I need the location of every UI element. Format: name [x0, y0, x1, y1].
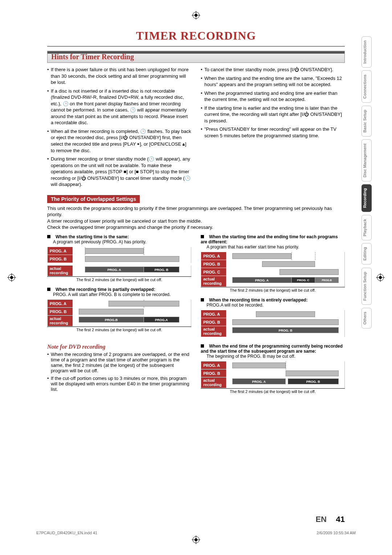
- square-bullet-icon: [201, 344, 204, 348]
- footer-file: E7PCAUD_DR420KU_EN.indd 41: [36, 531, 97, 535]
- dvd-note-left: Note for DVD recording When the recordin…: [47, 344, 191, 396]
- square-bullet-icon: [47, 288, 50, 291]
- hint-item: To cancel the timer standby mode, press …: [201, 66, 345, 73]
- scen2-head: When the starting time and the ending ti…: [201, 234, 338, 244]
- hint-item: When all the timer recording is complete…: [47, 128, 191, 154]
- chart-scen4: PROG. A PROG. B actual recording PROG. B: [201, 310, 345, 337]
- cutoff-note: The first 2 minutes (at the longest) wil…: [201, 287, 345, 292]
- hint-item: During timer recording or timer standby …: [47, 156, 191, 188]
- svg-point-7: [195, 538, 197, 541]
- priority-line: A timer recording of lower priority will…: [47, 218, 345, 224]
- footer: E7PCAUD_DR420KU_EN.indd 41 2/6/2009 10:5…: [36, 531, 356, 535]
- hint-item: When the programmed starting and ending …: [201, 90, 345, 103]
- priority-line: This unit records the programs according…: [47, 205, 345, 218]
- side-tab-basic-setup[interactable]: Basic Setup: [362, 106, 372, 137]
- page-language: EN: [315, 515, 327, 524]
- scen5-sub: The beginning of the PROG. B may be cut …: [207, 354, 345, 359]
- scen1-sub: A program set previously (PROG. A) has p…: [53, 239, 191, 244]
- scenario-right-col: When the starting time and the ending ti…: [201, 234, 345, 339]
- cutoff-note: The first 2 minutes (at the longest) wil…: [201, 388, 345, 394]
- scen2-sub: A program that has earlier start time ha…: [207, 244, 345, 250]
- footer-timestamp: 2/6/2009 10:55:34 AM: [317, 531, 356, 535]
- hint-item: If the starting time is earlier and the …: [201, 105, 345, 124]
- side-tabs: Introduction Connections Basic Setup Dis…: [362, 36, 372, 328]
- title-underline: [47, 46, 345, 46]
- hint-item: If there is a power failure or this unit…: [47, 66, 191, 86]
- hint-item: When the starting and the ending time ar…: [201, 75, 345, 88]
- scen4-sub: PROG.A will not be recorded.: [207, 303, 345, 308]
- hints-columns: If there is a power failure or this unit…: [47, 66, 345, 190]
- register-mark-left: [7, 273, 16, 282]
- register-mark-bottom: [192, 535, 200, 544]
- side-tab-others[interactable]: Others: [362, 308, 372, 328]
- priority-subheader: The Priority of Overlapped Settings: [47, 195, 140, 203]
- chart-scen2: PROG. A PROG. B PROG. C actual recording…: [201, 252, 345, 292]
- square-bullet-icon: [47, 235, 50, 238]
- register-mark-right: [376, 273, 385, 282]
- side-tab-disc-management[interactable]: Disc Management: [362, 139, 372, 182]
- hint-item: "Press ON/STANDBY for timer recording" w…: [201, 126, 345, 139]
- dvd-note-item: When the recording time of 2 programs ar…: [47, 352, 191, 373]
- square-bullet-icon: [201, 298, 204, 301]
- square-bullet-icon: [201, 235, 204, 238]
- priority-line: Check the overlapped timer programmings …: [47, 224, 345, 231]
- side-tab-function-setup[interactable]: Function Setup: [362, 268, 372, 305]
- side-tab-playback[interactable]: Playback: [362, 215, 372, 240]
- dvd-note-item: If the cut-off portion comes up to 3 min…: [47, 376, 191, 392]
- chart-scen1: PROG. A PROG. B actual recording PROG. A…: [47, 247, 191, 282]
- page-number: 41: [336, 515, 345, 524]
- cutoff-note: The first 2 minutes (at the longest) wil…: [47, 276, 191, 282]
- section-header-hints: Hints for Timer Recording: [47, 51, 345, 63]
- dvd-note-right: When the end time of the programming cur…: [201, 344, 345, 396]
- side-tab-editing[interactable]: Editing: [362, 243, 372, 264]
- chart-scen3: PROG. A PROG. B actual recording PROG.B …: [47, 299, 191, 332]
- hint-item: If a disc is not inserted or if a insert…: [47, 88, 191, 126]
- priority-body: This unit records the programs according…: [47, 205, 345, 231]
- register-mark-top: [192, 11, 200, 20]
- side-tab-recording[interactable]: Recording: [362, 184, 372, 212]
- cutoff-note: The first 2 minutes (at the longest) wil…: [47, 327, 191, 332]
- hints-left-list: If there is a power failure or this unit…: [47, 66, 191, 190]
- chart-scen5: PROG. A PROG. B actual recording PROG. A…: [201, 361, 345, 394]
- svg-point-3: [195, 14, 197, 17]
- side-tab-connections[interactable]: Connections: [362, 70, 372, 103]
- scen5-head: When the end time of the programming cur…: [201, 344, 343, 354]
- scen1-head: When the starting time is the same:: [56, 234, 129, 239]
- page-title: TIMER RECORDING: [36, 29, 356, 42]
- hints-right-list: To cancel the timer standby mode, press …: [201, 66, 345, 190]
- scen3-head: When the recording time is partially ove…: [56, 287, 155, 292]
- scen4-head: When the recording time is entirely over…: [209, 297, 307, 303]
- side-tab-introduction[interactable]: Introduction: [362, 36, 372, 68]
- dvd-note-title: Note for DVD recording: [47, 344, 191, 350]
- page: TIMER RECORDING Hints for Timer Recordin…: [0, 0, 392, 555]
- svg-point-15: [379, 276, 382, 279]
- scenario-left-col: When the starting time is the same: A pr…: [47, 234, 191, 339]
- svg-point-11: [10, 276, 13, 279]
- scen3-sub: PROG. A will start after PROG. B is comp…: [53, 292, 191, 297]
